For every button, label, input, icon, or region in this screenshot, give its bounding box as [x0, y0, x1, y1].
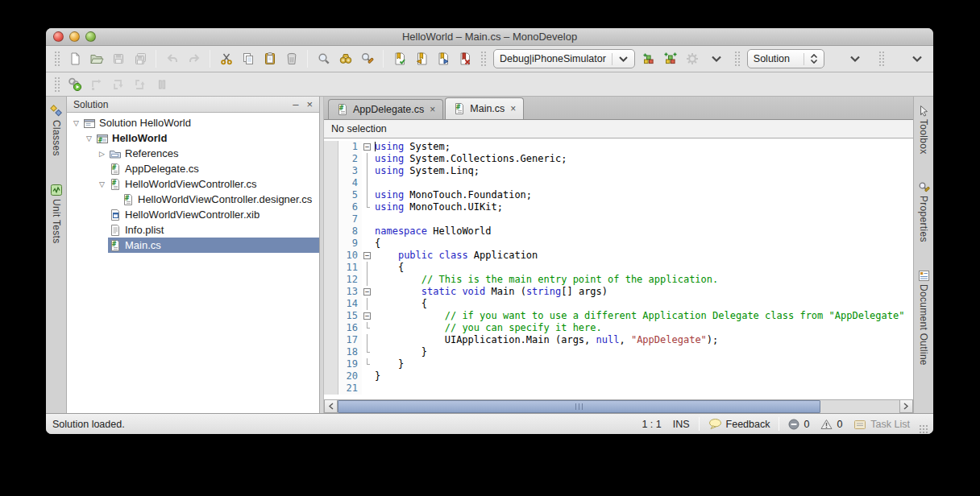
code-line[interactable]: 16 // you can specify it here. — [324, 322, 913, 334]
title-bar[interactable]: HelloWorld – Main.cs – MonoDevelop — [46, 28, 933, 46]
tree-item-content[interactable]: #HelloWorldViewController.designer.cs — [121, 192, 319, 207]
tree-item-content[interactable]: Solution HelloWorld — [82, 115, 319, 130]
feedback-button[interactable]: Feedback — [708, 418, 770, 430]
code-line[interactable]: 3using System.Linq; — [324, 165, 913, 177]
tree-item-content[interactable]: #AppDelegate.cs — [108, 161, 319, 176]
toolbar-grip[interactable] — [733, 50, 740, 68]
toolbar-overflow-chevron-icon[interactable] — [911, 55, 924, 64]
toolbar-overflow-chevron-icon[interactable] — [849, 55, 862, 64]
tree-item-content[interactable]: #HelloWorldViewController.cs — [108, 176, 319, 192]
scrollbar-track[interactable] — [338, 400, 899, 413]
cut-icon[interactable] — [215, 48, 237, 69]
tree-item-content[interactable]: Info.plist — [108, 222, 319, 238]
debug-run-icon[interactable] — [64, 74, 85, 95]
toolbar-overflow-chevron-icon[interactable] — [710, 55, 723, 64]
configuration-dropdown[interactable]: Debug|iPhoneSimulator — [493, 49, 635, 68]
step-into-icon[interactable] — [107, 74, 129, 95]
paste-icon[interactable] — [259, 48, 280, 69]
code-line[interactable]: 4 — [324, 177, 913, 189]
scroll-right-button[interactable] — [899, 400, 913, 413]
code-line[interactable]: 8namespace HelloWorld — [324, 225, 913, 238]
tree-item-content[interactable]: HelloWorldViewController.xib — [108, 207, 319, 222]
tree-item[interactable]: #Main.cs — [67, 238, 319, 253]
fold-marker-icon[interactable]: − — [362, 286, 372, 298]
close-tab-icon[interactable]: × — [430, 104, 435, 115]
tree-item-content[interactable]: #Main.cs — [108, 238, 319, 253]
minimize-pad-button[interactable]: – — [293, 99, 298, 110]
tree-item[interactable]: Info.plist — [67, 222, 319, 238]
close-tab-icon[interactable]: × — [510, 103, 516, 114]
redo-icon[interactable] — [183, 48, 205, 69]
dock-tab-toolbox[interactable]: Toolbox — [918, 105, 930, 154]
tree-item[interactable]: ▽Solution HelloWorld — [67, 115, 319, 130]
pause-icon[interactable] — [151, 74, 172, 95]
code-line[interactable]: 2using System.Collections.Generic; — [324, 153, 913, 165]
code-line[interactable]: 12 // This is the main entry point of th… — [324, 274, 913, 286]
expander-icon[interactable]: ▷ — [96, 150, 108, 158]
clear-bookmarks-icon[interactable] — [454, 48, 475, 69]
toolbar-grip[interactable] — [480, 50, 486, 68]
gear-icon[interactable] — [682, 48, 704, 69]
fold-marker-icon[interactable]: − — [362, 310, 372, 322]
close-pad-button[interactable]: × — [306, 99, 313, 110]
new-file-icon[interactable] — [64, 48, 85, 69]
warning-count[interactable]: 0 — [820, 419, 842, 430]
tree-item-content[interactable]: #HelloWorld — [95, 130, 319, 146]
code-line[interactable]: 7 — [324, 213, 913, 225]
code-line[interactable]: 13− static void Main (string[] args) — [324, 286, 913, 298]
new-objects-icon[interactable] — [660, 48, 682, 69]
code-line[interactable]: 19 } — [324, 358, 913, 370]
code-line[interactable]: 17 UIApplication.Main (args, null, "AppD… — [324, 334, 913, 346]
step-out-icon[interactable] — [129, 74, 151, 95]
code-line[interactable]: 1−using System; — [324, 141, 913, 153]
code-line[interactable]: 11 { — [324, 262, 913, 274]
code-line[interactable]: 5using MonoTouch.Foundation; — [324, 189, 913, 201]
fold-marker-icon[interactable]: − — [362, 141, 372, 153]
tree-item[interactable]: ▽#HelloWorld — [67, 130, 319, 146]
expander-icon[interactable]: ▽ — [83, 134, 95, 143]
code-line[interactable]: 15− // if you want to use a different Ap… — [324, 310, 913, 322]
tree-item[interactable]: ▽#HelloWorldViewController.cs — [67, 176, 319, 192]
toolbar-grip[interactable] — [53, 50, 60, 68]
new-object-icon[interactable] — [638, 48, 660, 69]
code-line[interactable]: 9{ — [324, 238, 913, 250]
dock-tab-classes[interactable]: Classes — [49, 105, 63, 156]
code-line[interactable]: 14 { — [324, 298, 913, 310]
tree-item[interactable]: ▷References — [67, 146, 319, 161]
find-in-files-icon[interactable] — [334, 48, 356, 69]
tree-item-content[interactable]: References — [108, 146, 319, 161]
expander-icon[interactable]: ▽ — [70, 119, 82, 127]
code-line[interactable]: 6using MonoTouch.UIKit; — [324, 201, 913, 213]
code-line[interactable]: 20} — [324, 370, 913, 382]
undo-icon[interactable] — [161, 48, 183, 69]
copy-icon[interactable] — [237, 48, 259, 69]
toggle-bookmark-icon[interactable] — [388, 48, 410, 69]
toolbar-grip[interactable] — [53, 76, 60, 93]
find-replace-icon[interactable] — [356, 48, 378, 69]
expander-icon[interactable]: ▽ — [96, 180, 108, 188]
window-resize-grip[interactable] — [919, 424, 928, 434]
error-count[interactable]: 0 — [788, 419, 809, 430]
tree-item[interactable]: #AppDelegate.cs — [67, 161, 319, 176]
tree-item[interactable]: #HelloWorldViewController.designer.cs — [67, 192, 319, 207]
code-line[interactable]: 21 — [324, 382, 913, 395]
next-bookmark-icon[interactable] — [432, 48, 454, 69]
editor-tab[interactable]: #AppDelegate.cs× — [328, 99, 443, 119]
code-line[interactable]: 18 } — [324, 346, 913, 358]
previous-bookmark-icon[interactable] — [410, 48, 432, 69]
open-file-icon[interactable] — [85, 48, 107, 69]
task-list-button[interactable]: Task List — [853, 419, 910, 430]
toolbar-grip[interactable] — [878, 50, 884, 68]
save-icon[interactable] — [107, 48, 129, 69]
dock-tab-properties[interactable]: Properties — [918, 181, 930, 242]
scroll-left-button[interactable] — [324, 400, 338, 413]
fold-marker-icon[interactable]: − — [362, 250, 372, 262]
breadcrumb[interactable]: No selection — [324, 120, 913, 138]
delete-icon[interactable] — [280, 48, 302, 69]
save-all-icon[interactable] — [129, 48, 151, 69]
target-dropdown[interactable]: Solution — [747, 49, 824, 68]
scrollbar-thumb[interactable] — [338, 400, 820, 413]
editor-tab[interactable]: #Main.cs× — [445, 97, 524, 119]
tree-item[interactable]: HelloWorldViewController.xib — [67, 207, 319, 222]
dock-tab-unit-tests[interactable]: Unit Tests — [50, 184, 63, 243]
